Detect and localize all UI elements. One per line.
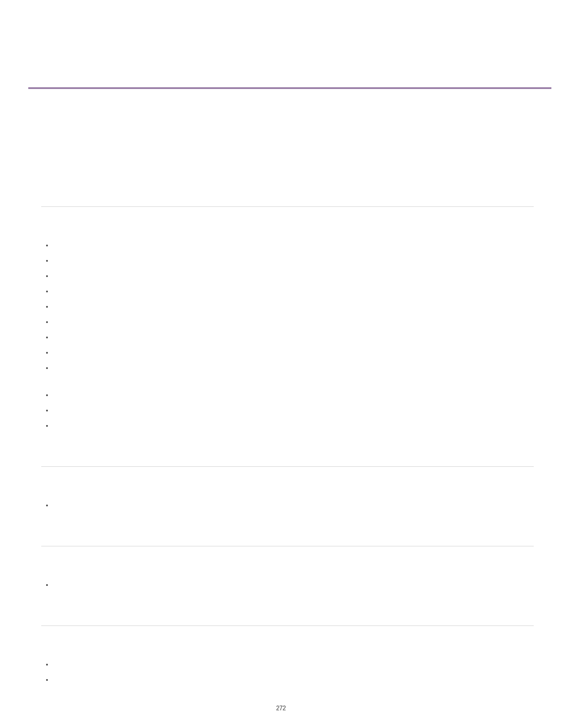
list-item <box>41 304 534 314</box>
list-item <box>41 242 534 253</box>
page-content <box>41 100 534 692</box>
list-item <box>41 273 534 284</box>
bullet-list-1 <box>41 242 534 375</box>
list-item <box>41 258 534 268</box>
list-item <box>41 319 534 330</box>
list-item <box>41 423 534 433</box>
list-item <box>41 502 534 513</box>
bullet-list-2 <box>41 502 534 513</box>
list-item <box>41 661 534 672</box>
list-item <box>41 365 534 375</box>
page-number: 272 <box>0 705 562 711</box>
list-item <box>41 677 534 687</box>
bullet-list-3 <box>41 582 534 592</box>
bullet-list-1b <box>41 392 534 433</box>
header-rule <box>28 87 551 89</box>
list-item <box>41 582 534 592</box>
list-item <box>41 407 534 418</box>
list-item <box>41 350 534 360</box>
list-item <box>41 334 534 345</box>
list-item <box>41 392 534 403</box>
bullet-list-4 <box>41 661 534 687</box>
list-item <box>41 288 534 299</box>
